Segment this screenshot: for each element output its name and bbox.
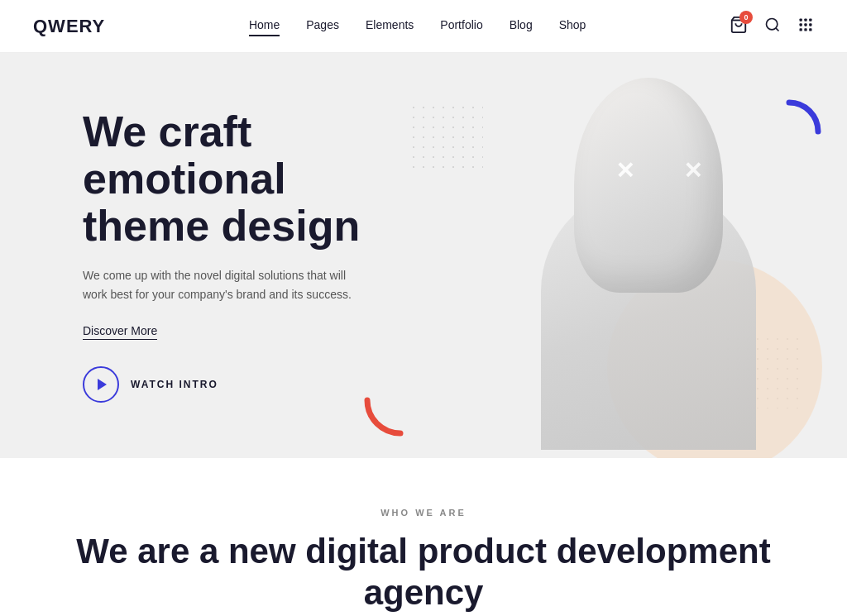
svg-point-1 xyxy=(767,18,778,29)
who-section: WHO WE ARE We are a new digital product … xyxy=(0,458,847,616)
play-button-circle xyxy=(83,366,119,403)
search-button[interactable] xyxy=(764,17,781,36)
svg-rect-10 xyxy=(804,28,806,31)
svg-rect-5 xyxy=(809,18,811,21)
hero-content: We craft emotional theme design We come … xyxy=(0,59,430,452)
hero-title: We craft emotional theme design xyxy=(83,108,397,251)
blue-arc xyxy=(756,98,822,165)
svg-rect-8 xyxy=(809,23,811,26)
nav-item-portfolio[interactable]: Portfolio xyxy=(440,18,482,35)
svg-rect-7 xyxy=(804,23,806,26)
cross-mark-right: ✕ xyxy=(683,160,702,183)
header: QWERY Home Pages Elements Portfolio Blog… xyxy=(0,0,847,53)
search-icon xyxy=(764,17,781,33)
main-nav: Home Pages Elements Portfolio Blog Shop xyxy=(249,18,586,35)
svg-rect-3 xyxy=(800,18,802,21)
nav-item-elements[interactable]: Elements xyxy=(366,18,414,35)
svg-rect-6 xyxy=(800,23,802,26)
nav-item-home[interactable]: Home xyxy=(249,18,280,35)
grid-icon xyxy=(797,17,814,33)
nav-item-shop[interactable]: Shop xyxy=(559,18,586,35)
discover-more-link[interactable]: Discover More xyxy=(83,324,157,340)
grid-menu-button[interactable] xyxy=(797,17,814,36)
svg-rect-9 xyxy=(800,28,802,31)
cart-button[interactable]: 0 xyxy=(730,16,748,37)
watch-intro-button[interactable]: WATCH INTRO xyxy=(83,366,397,403)
hero-section: We craft emotional theme design We come … xyxy=(0,53,847,458)
logo[interactable]: QWERY xyxy=(33,16,105,37)
statue-head: ✕ ✕ xyxy=(574,78,723,293)
nav-item-pages[interactable]: Pages xyxy=(306,18,339,35)
cart-badge: 0 xyxy=(739,11,753,24)
cross-mark-left: ✕ xyxy=(615,160,634,183)
section-eyebrow: WHO WE ARE xyxy=(33,508,814,518)
nav-item-blog[interactable]: Blog xyxy=(510,18,533,35)
header-icons: 0 xyxy=(730,16,814,37)
svg-rect-11 xyxy=(809,28,811,31)
hero-subtitle: We come up with the novel digital soluti… xyxy=(83,266,364,303)
svg-rect-4 xyxy=(804,18,806,21)
play-triangle-icon xyxy=(98,379,107,390)
svg-line-2 xyxy=(776,27,779,31)
watch-intro-label: WATCH INTRO xyxy=(131,379,218,390)
statue-container: ✕ ✕ xyxy=(500,61,797,450)
section-title: We are a new digital product development… xyxy=(33,531,814,614)
